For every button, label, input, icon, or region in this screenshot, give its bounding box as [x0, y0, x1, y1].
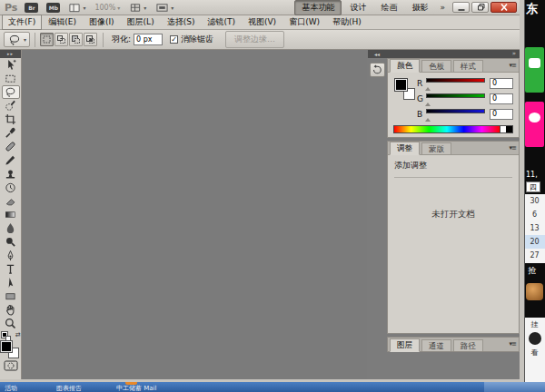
taskbar-item[interactable]: 中工储蓄 Mail [116, 384, 156, 392]
spectrum-gradient[interactable] [394, 126, 500, 132]
tab-channels[interactable]: 通道 [421, 339, 451, 351]
webpage-pink-badge[interactable] [525, 102, 544, 147]
webpage-orange-icon[interactable] [526, 283, 543, 300]
restore-button[interactable] [471, 2, 489, 13]
tool-pen[interactable] [2, 249, 20, 262]
tool-path-selection[interactable] [2, 276, 20, 289]
bridge-button[interactable]: Br [25, 3, 38, 13]
tool-move[interactable] [2, 58, 20, 72]
tool-brush[interactable] [2, 153, 20, 167]
tool-spot-healing-brush[interactable] [2, 140, 20, 153]
menu-help[interactable]: 帮助(H) [326, 15, 368, 30]
tool-dodge[interactable] [2, 235, 20, 249]
tool-clone-stamp[interactable] [2, 167, 20, 181]
toolbox-collapse-header[interactable]: ▸▸ [0, 50, 21, 58]
blue-slider[interactable] [426, 108, 485, 120]
green-value-input[interactable] [490, 93, 513, 104]
selection-mode-intersect-button[interactable] [84, 33, 97, 46]
tool-blur[interactable] [2, 221, 20, 235]
panels-collapse-header[interactable]: » [387, 50, 520, 58]
tab-paths[interactable]: 路径 [453, 339, 483, 351]
tool-hand[interactable] [2, 303, 20, 317]
close-button[interactable] [490, 2, 517, 13]
zoom-level-dropdown[interactable]: 100% ▾ [94, 4, 120, 12]
tab-adjustments[interactable]: 调整 [390, 142, 420, 155]
menu-select[interactable]: 选择(S) [161, 15, 202, 30]
taskbar-item[interactable]: 图表报告 [56, 384, 82, 392]
green-slider[interactable] [426, 93, 485, 104]
blue-value-input[interactable] [490, 109, 513, 120]
refine-edge-button[interactable]: 调整边缘… [225, 31, 284, 48]
lasso-icon [7, 34, 22, 46]
tool-history-brush[interactable] [2, 181, 20, 194]
foreground-color-swatch[interactable] [1, 341, 12, 352]
tab-styles[interactable]: 样式 [453, 60, 483, 72]
panel-menu-icon[interactable]: ▾≡ [510, 340, 516, 348]
tool-lasso[interactable] [2, 85, 20, 99]
minimize-button[interactable] [452, 2, 470, 13]
taskbar-active-segment[interactable] [484, 382, 545, 392]
webpage-circle-icon[interactable] [529, 332, 541, 345]
green-slider-marker[interactable] [425, 100, 431, 106]
workspace-essentials-button[interactable]: 基本功能 [294, 0, 342, 15]
screen-mode-icon [155, 2, 169, 14]
history-panel-button[interactable] [370, 63, 385, 77]
taskbar-item[interactable]: 活动 [5, 384, 17, 392]
close-icon [499, 3, 510, 12]
dock-expand-header[interactable]: ◂◂ [368, 50, 387, 58]
tab-swatches[interactable]: 色板 [421, 60, 451, 72]
selection-mode-subtract-button[interactable] [69, 33, 83, 46]
tool-type[interactable] [2, 262, 20, 276]
workspace-overflow-chevron[interactable]: » [440, 3, 445, 12]
separator [35, 33, 35, 47]
antialias-checkbox[interactable]: ✓ [170, 35, 178, 44]
panel-menu-icon[interactable]: ▾≡ [510, 144, 516, 152]
menu-edit[interactable]: 编辑(E) [42, 15, 83, 30]
webpage-green-badge[interactable] [525, 47, 544, 93]
workspace-photography-button[interactable]: 摄影 [405, 1, 434, 15]
color-panel-group: 颜色 色板 样式 ▾≡ R [387, 58, 520, 138]
quick-mask-button[interactable] [2, 358, 20, 372]
menu-image[interactable]: 图像(I) [83, 15, 121, 30]
menu-filter[interactable]: 滤镜(T) [201, 15, 242, 30]
tool-eraser[interactable] [2, 194, 20, 208]
spectrum-white-swatch[interactable] [500, 126, 506, 132]
selection-mode-new-button[interactable] [40, 33, 54, 46]
color-spectrum-ramp[interactable] [393, 125, 513, 133]
panel-menu-icon[interactable]: ▾≡ [510, 62, 516, 69]
tool-eyedropper[interactable] [2, 126, 20, 140]
tool-zoom[interactable] [2, 317, 20, 330]
tool-quick-selection[interactable] [2, 99, 20, 113]
feather-input[interactable] [134, 34, 163, 45]
workspace-design-button[interactable]: 设计 [343, 1, 372, 15]
minibridge-button[interactable]: Mb [46, 3, 60, 13]
pen-tool-icon [5, 250, 16, 261]
tab-masks[interactable]: 蒙版 [421, 142, 451, 154]
caret-down-icon: ▾ [83, 5, 85, 11]
red-slider-marker[interactable] [425, 84, 431, 91]
panel-foreground-swatch[interactable] [395, 79, 407, 91]
red-value-input[interactable] [490, 78, 513, 89]
intersect-selection-icon [85, 34, 95, 44]
menu-layer[interactable]: 图层(L) [121, 15, 161, 30]
screen-mode-button[interactable]: ▾ [155, 2, 173, 14]
selection-mode-add-button[interactable] [54, 33, 68, 46]
tool-rectangular-marquee[interactable] [2, 72, 20, 85]
tool-gradient[interactable] [2, 208, 20, 221]
tool-crop[interactable] [2, 113, 20, 126]
menu-file[interactable]: 文件(F) [2, 15, 42, 30]
menu-view[interactable]: 视图(V) [242, 15, 282, 30]
menu-window[interactable]: 窗口(W) [282, 15, 326, 30]
blue-slider-marker[interactable] [425, 115, 431, 122]
quick-mask-icon [4, 360, 18, 371]
red-slider[interactable] [426, 77, 485, 89]
tool-rectangle-shape[interactable] [2, 289, 20, 303]
tab-layers[interactable]: 图层 [390, 338, 420, 352]
swap-colors-icon[interactable]: ⇄ [15, 331, 21, 338]
tool-preset-picker[interactable]: ▾ [4, 32, 30, 47]
view-extras-button[interactable]: ▾ [129, 2, 146, 14]
arrange-documents-button[interactable]: ▾ [68, 2, 85, 14]
tab-color[interactable]: 颜色 [390, 59, 420, 73]
spectrum-black-swatch[interactable] [506, 126, 512, 132]
workspace-painting-button[interactable]: 绘画 [374, 1, 403, 15]
